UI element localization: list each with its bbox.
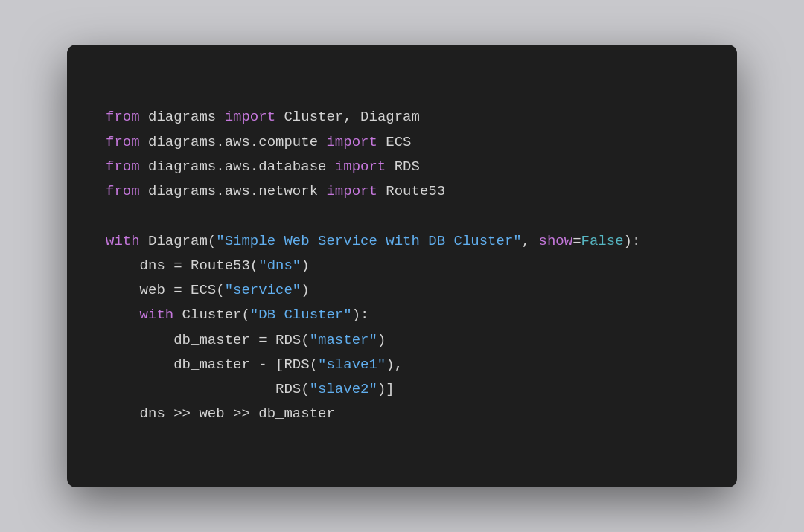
line-slave2: RDS("slave2")] <box>106 381 395 397</box>
line-connect: dns >> web >> db_master <box>106 406 335 422</box>
line-with2: with Cluster("DB Cluster"): <box>106 307 368 323</box>
line-dns: dns = Route53("dns") <box>106 257 310 274</box>
code-block: from diagrams import Cluster, Diagram fr… <box>106 80 698 452</box>
line-import4: from diagrams.aws.network import Route53 <box>106 183 445 199</box>
line-import2: from diagrams.aws.compute import ECS <box>106 134 411 150</box>
line-with1: with Diagram("Simple Web Service with DB… <box>106 233 640 249</box>
line-import3: from diagrams.aws.database import RDS <box>106 158 420 175</box>
line-import1: from diagrams import Cluster, Diagram <box>106 109 420 125</box>
code-window: from diagrams import Cluster, Diagram fr… <box>67 45 737 487</box>
line-web: web = ECS("service") <box>106 282 310 298</box>
line-master: db_master = RDS("master") <box>106 332 386 348</box>
line-slave1: db_master - [RDS("slave1"), <box>106 356 403 373</box>
